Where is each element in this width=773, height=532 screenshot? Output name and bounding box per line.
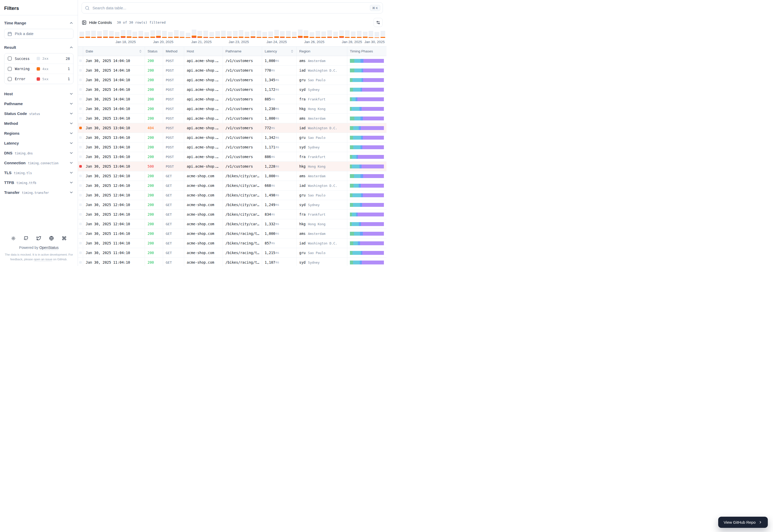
bar-success-segment [375,32,379,37]
timeline-bar [204,31,208,38]
bar-success-segment [156,30,161,35]
result-option-success[interactable]: Success 2xx 28 [4,53,73,64]
timeline-bar [375,32,379,38]
globe-icon[interactable] [49,236,54,241]
dns-phase [350,165,352,168]
cell-method: GET [163,229,184,238]
github-icon[interactable] [24,236,28,241]
bar-success-segment [292,32,297,36]
result-filter-group: Success 2xx 28 Warning 4xx 1 Error 5xx [4,53,73,84]
table-row[interactable]: Jan 30, 2025 14:04:10200POSTapi.acme-sho… [78,75,386,85]
openstatus-link[interactable]: OpenStatus [39,245,58,250]
connection-phase [354,59,361,63]
cell-method: GET [163,210,184,219]
sidebar-filter-status-code[interactable]: Status Codestatus [4,108,73,118]
table-row[interactable]: Jan 30, 2025 13:04:10200POSTapi.acme-sho… [78,152,386,162]
cell-date: Jan 30, 2025 14:04:10 [83,56,145,65]
section-time-range[interactable]: Time Range [4,18,73,27]
sidebar-filter-method[interactable]: Method [4,118,73,128]
cell-pathname: /bikes/racing/t… [223,258,262,266]
cell-region: fraFrankfurt [296,210,347,219]
sort-icon[interactable] [290,50,294,53]
header-region[interactable]: Region [296,47,347,56]
view-settings-button[interactable] [374,18,383,27]
sidebar-filter-pathname[interactable]: Pathname [4,99,73,108]
sun-icon[interactable] [11,236,16,241]
table-row[interactable]: Jan 30, 2025 12:04:10200GETacme-shop.com… [78,171,386,181]
cell-region: hkgHong Kong [296,104,347,113]
hide-controls-button[interactable]: Hide Controls [82,20,112,25]
table-row[interactable]: Jan 30, 2025 13:04:10404POSTapi.acme-sho… [78,123,386,133]
date-picker-button[interactable]: Pick a date [4,29,73,39]
table-row[interactable]: Jan 30, 2025 14:04:10200POSTapi.acme-sho… [78,94,386,104]
sidebar-filter-latency[interactable]: Latency [4,138,73,148]
cell-date: Jan 30, 2025 14:04:10 [83,75,145,85]
row-indicator-cell [78,248,83,257]
table-row[interactable]: Jan 30, 2025 11:04:10200GETacme-shop.com… [78,229,386,238]
sort-icon[interactable] [139,50,142,53]
table-row[interactable]: Jan 30, 2025 14:04:10200POSTapi.acme-sho… [78,104,386,114]
table-row[interactable]: Jan 30, 2025 12:04:10200GETacme-shop.com… [78,200,386,210]
timeline-bar [127,30,131,38]
table-row[interactable]: Jan 30, 2025 14:04:10200POSTapi.acme-sho… [78,66,386,75]
table-row[interactable]: Jan 30, 2025 12:04:10200GETacme-shop.com… [78,181,386,190]
bar-warning-segment [192,36,197,37]
table-row[interactable]: Jan 30, 2025 12:04:10200GETacme-shop.com… [78,219,386,229]
table-row[interactable]: Jan 30, 2025 14:04:10200POSTapi.acme-sho… [78,85,386,94]
tls-phase [360,232,363,236]
bar-warning-segment [262,37,267,38]
sidebar-filter-regions[interactable]: Regions [4,128,73,138]
twitter-icon[interactable] [36,236,41,241]
dns-phase [350,126,353,130]
axis-tick-label: Jan 30, 2025 [364,40,385,44]
header-pathname[interactable]: Pathname [223,47,262,56]
sidebar-filter-transfer[interactable]: Transfertiming.transfer [4,187,73,197]
timing-phases-bar [350,184,384,188]
header-timing-phases[interactable]: Timing Phases [347,47,386,56]
bar-warning-segment [239,37,244,38]
timeline-bar [239,30,244,38]
table-row[interactable]: Jan 30, 2025 14:04:10200POSTapi.acme-sho… [78,56,386,66]
cell-timing-phases [347,238,386,248]
row-indicator-cell [78,94,83,104]
header-date[interactable]: Date [83,47,145,56]
checkbox[interactable] [8,67,12,71]
header-latency[interactable]: Latency [262,47,296,56]
sidebar-filter-tls[interactable]: TLStiming.tls [4,168,73,178]
table-row[interactable]: Jan 30, 2025 11:04:10200GETacme-shop.com… [78,238,386,248]
table-row[interactable]: Jan 30, 2025 13:04:10200POSTapi.acme-sho… [78,142,386,152]
sidebar-filter-host[interactable]: Host [4,89,73,99]
command-icon[interactable] [62,236,66,241]
sidebar-filter-ttfb[interactable]: TTFBtiming.ttfb [4,178,73,187]
section-result[interactable]: Result [4,43,73,52]
table-row[interactable]: Jan 30, 2025 13:04:10500POSTapi.acme-sho… [78,162,386,171]
search-input[interactable] [81,2,383,13]
table-row[interactable]: Jan 30, 2025 13:04:10200POSTapi.acme-sho… [78,114,386,123]
sidebar-filter-dns[interactable]: DNStiming.dns [4,148,73,158]
cell-status: 200 [145,66,163,75]
header-host[interactable]: Host [184,47,223,56]
table-header: Date Status Method Host Pathname Latency… [78,47,386,56]
checkbox[interactable] [8,57,12,60]
tls-phase [358,241,360,245]
sidebar-filter-connection[interactable]: Connectiontiming.connection [4,158,73,168]
row-status-square [79,117,82,120]
table-row[interactable]: Jan 30, 2025 12:04:10200GETacme-shop.com… [78,190,386,200]
table-row[interactable]: Jan 30, 2025 11:04:10200GETacme-shop.com… [78,258,386,266]
result-option-error[interactable]: Error 5xx 1 [4,74,73,84]
bar-success-segment [127,30,131,36]
cell-date: Jan 30, 2025 14:04:10 [83,94,145,104]
table-row[interactable]: Jan 30, 2025 12:04:10200GETacme-shop.com… [78,210,386,219]
row-status-square [79,184,82,187]
cell-pathname: /v1/customers [223,104,262,113]
table-row[interactable]: Jan 30, 2025 11:04:10200GETacme-shop.com… [78,248,386,258]
row-indicator-cell [78,229,83,238]
checkbox[interactable] [8,77,12,81]
open-issue-link[interactable]: open an issue [34,258,52,261]
ttfb-phase [363,59,384,63]
header-status[interactable]: Status [145,47,163,56]
cell-date: Jan 30, 2025 12:04:10 [83,200,145,209]
table-row[interactable]: Jan 30, 2025 13:04:10200POSTapi.acme-sho… [78,133,386,142]
result-option-warning[interactable]: Warning 4xx 1 [4,64,73,74]
header-method[interactable]: Method [163,47,184,56]
